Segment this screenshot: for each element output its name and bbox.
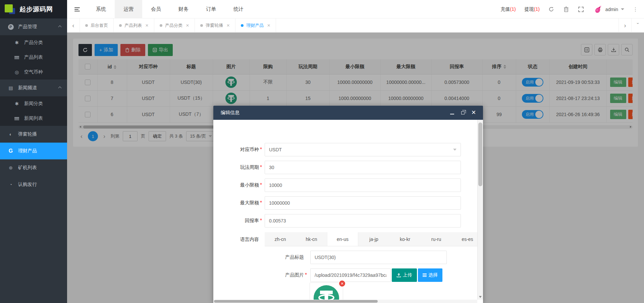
tab-zh-cn[interactable]: zh-cn [265, 232, 296, 246]
nav-item-finance[interactable]: 财务 [170, 0, 197, 18]
tab-finance-product[interactable]: 理财产品 ✕ [235, 18, 276, 32]
sidebar-item-label: 新闻分类 [24, 101, 43, 107]
close-icon[interactable]: ✕ [471, 110, 476, 115]
withdraw-badge: (1) [534, 6, 540, 12]
tab-label: 产品列表 [124, 22, 142, 29]
tab-label: 产品分类 [165, 22, 182, 29]
sidebar-item-product-category[interactable]: ✱ 产品分类 [0, 35, 67, 50]
tab-home[interactable]: 后台首页 [80, 18, 114, 32]
tab-en-us[interactable]: en-us [327, 232, 358, 246]
modal-vertical-scrollbar[interactable] [477, 120, 483, 300]
sidebar-toggle-icon[interactable] [67, 0, 87, 18]
user-menu[interactable]: admin [593, 4, 624, 14]
coin-select-value: USDT [269, 147, 282, 152]
chevron-down-icon [621, 8, 624, 10]
tab-hk-cn[interactable]: hk-cn [296, 232, 327, 246]
field-product-title: 产品标题 * [264, 251, 447, 264]
product-image-input[interactable] [310, 268, 391, 282]
remove-image-icon[interactable]: ✕ [338, 280, 346, 287]
tab-popup-carousel[interactable]: 弹窗轮播 ✕ [195, 18, 235, 32]
tabs-scroll-right-icon[interactable]: › [619, 18, 631, 33]
sidebar-item-news-list[interactable]: 新闻列表 [0, 111, 67, 126]
tab-dot [160, 24, 162, 27]
trash-icon[interactable] [563, 6, 569, 12]
more-menu-icon[interactable]: ⋮ [633, 8, 638, 10]
edit-modal: 编辑信息 ✕ 对应币种 * USDT 玩法周期 * 最小限额 * 最大限额 [213, 106, 483, 303]
sidebar: P 产品管理 ✱ 产品分类 产品列表 ◎ 空气币种 ▤ 新闻频道 ✱ 新闻分类 … [0, 18, 67, 303]
list-icon [423, 273, 427, 277]
min-amount-input[interactable] [265, 179, 461, 192]
required-mark: * [260, 218, 263, 224]
modal-header[interactable]: 编辑信息 ✕ [213, 106, 483, 120]
nav-item-system[interactable]: 系统 [87, 0, 115, 18]
language-tabs: zh-cn hk-cn en-us ja-jp ko-kr ru-ru es-e… [265, 232, 477, 246]
image-preview: ✕ [310, 283, 343, 300]
field-label: 最小限额 [221, 182, 259, 188]
nav-item-operation[interactable]: 运营 [115, 0, 142, 18]
modal-title: 编辑信息 [221, 110, 239, 116]
sidebar-group-news[interactable]: ▤ 新闻频道 [0, 80, 67, 96]
close-icon[interactable]: ✕ [186, 23, 189, 28]
sidebar-item-news-category[interactable]: ✱ 新闻分类 [0, 96, 67, 111]
choose-button[interactable]: 选择 [418, 268, 442, 282]
tab-dot [85, 24, 88, 27]
scrollbar-thumb[interactable] [478, 122, 482, 186]
tether-icon [314, 285, 339, 300]
field-label: 产品图片 [264, 272, 304, 278]
required-mark: * [260, 200, 263, 206]
field-label: 玩法周期 [221, 164, 259, 170]
tabs-menu-icon[interactable]: ˇ [631, 18, 644, 33]
sidebar-item-subscribe-issue[interactable]: ◔ 认购发行 [0, 176, 67, 193]
tab-label: 后台首页 [91, 22, 108, 29]
period-input[interactable] [265, 161, 461, 174]
tab-es-es[interactable]: es-es [452, 232, 477, 246]
field-label: 语言内容 [221, 232, 259, 246]
nav-item-stats[interactable]: 统计 [225, 0, 252, 18]
sidebar-item-label: 认购发行 [18, 182, 37, 188]
recharge-link[interactable]: 充值(1) [501, 6, 516, 12]
modal-horizontal-scrollbar[interactable] [213, 300, 477, 303]
gear-circle-icon: ⊛ [7, 165, 14, 170]
close-icon[interactable]: ✕ [267, 23, 270, 28]
field-label: 对应币种 [221, 147, 259, 153]
fullscreen-icon[interactable] [578, 6, 584, 12]
chevron-up-icon [58, 87, 62, 90]
tabs-scroll-left-icon[interactable]: ‹ [67, 18, 80, 33]
tab-product-list[interactable]: 产品列表 ✕ [114, 18, 154, 32]
tab-ja-jp[interactable]: ja-jp [358, 232, 389, 246]
required-mark: * [260, 164, 263, 170]
product-title-input[interactable] [310, 251, 447, 264]
nav-item-member[interactable]: 会员 [142, 0, 170, 18]
tab-ru-ru[interactable]: ru-ru [421, 232, 452, 246]
field-label: 产品标题 [264, 254, 304, 260]
sidebar-item-finance-product[interactable]: G 理财产品 [0, 143, 67, 159]
nav-item-order[interactable]: 订单 [197, 0, 225, 18]
tab-product-category[interactable]: 产品分类 ✕ [154, 18, 195, 32]
sidebar-item-air-coin[interactable]: ◎ 空气币种 [0, 65, 67, 80]
tab-dot [200, 24, 203, 27]
upload-button[interactable]: 上传 [392, 268, 417, 282]
rate-input[interactable] [265, 214, 461, 228]
tab-ko-kr[interactable]: ko-kr [389, 232, 421, 246]
field-min: 最小限额 * [221, 179, 461, 192]
scroll-down-icon[interactable] [479, 296, 482, 298]
restore-icon[interactable] [460, 110, 466, 115]
close-icon[interactable]: ✕ [145, 23, 149, 28]
field-product-image: 产品图片 * 上传 选择 [264, 268, 442, 282]
app-logo: 起步源码网 [0, 0, 67, 18]
refresh-icon[interactable] [548, 6, 554, 12]
coin-select[interactable]: USDT [265, 143, 461, 156]
sidebar-item-popup-carousel[interactable]: ◐ 弹窗轮播 [0, 126, 67, 143]
sidebar-item-miner-list[interactable]: ⊛ 矿机列表 [0, 159, 67, 176]
max-amount-input[interactable] [265, 196, 461, 210]
sidebar-group-product[interactable]: P 产品管理 [0, 18, 67, 35]
sidebar-item-label: 新闻列表 [24, 115, 43, 121]
close-icon[interactable]: ✕ [226, 23, 230, 28]
field-coin: 对应币种 * USDT [221, 143, 461, 156]
withdraw-link[interactable]: 提现(1) [525, 6, 540, 12]
sidebar-item-product-list[interactable]: 产品列表 [0, 50, 67, 65]
scrollbar-thumb[interactable] [214, 300, 378, 303]
sidebar-item-label: 产品管理 [18, 24, 37, 30]
pie-icon: ◔ [7, 182, 14, 187]
minimize-icon[interactable] [449, 110, 455, 115]
